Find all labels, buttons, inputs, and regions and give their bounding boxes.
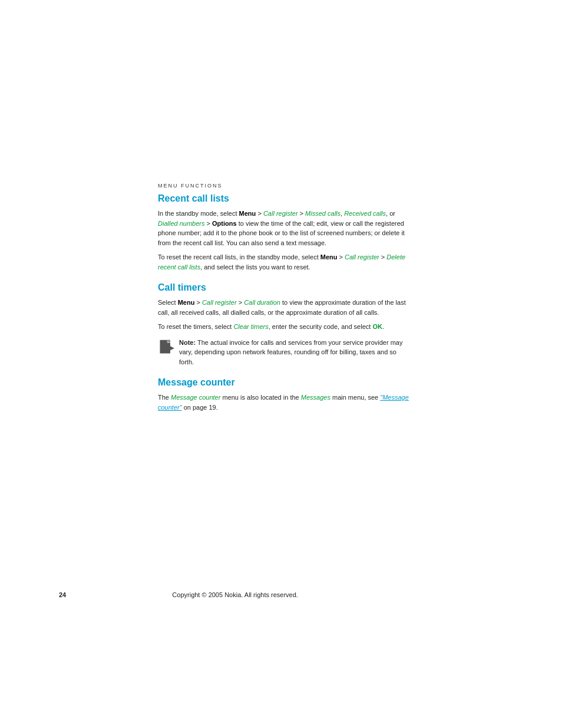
- page-number: 24: [59, 591, 66, 598]
- note-box: Note: The actual invoice for calls and s…: [158, 338, 411, 367]
- note-icon: [158, 339, 174, 355]
- section-call-timers: Call timers Select Menu > Call register …: [158, 282, 411, 367]
- footer: 24 Copyright © 2005 Nokia. All rights re…: [0, 591, 562, 598]
- svg-marker-3: [170, 346, 174, 350]
- heading-message-counter: Message counter: [158, 377, 411, 388]
- content-area: Menu functions Recent call lists In the …: [158, 183, 411, 423]
- heading-recent-call-lists: Recent call lists: [158, 193, 411, 204]
- copyright-text: Copyright © 2005 Nokia. All rights reser…: [66, 591, 404, 598]
- page: Menu functions Recent call lists In the …: [0, 0, 562, 728]
- section-recent-call-lists: Recent call lists In the standby mode, s…: [158, 193, 411, 272]
- section-message-counter: Message counter The Message counter menu…: [158, 377, 411, 412]
- rcl-paragraph-1: In the standby mode, select Menu > Call …: [158, 209, 411, 248]
- mc-paragraph-1: The Message counter menu is also located…: [158, 393, 411, 412]
- ct-paragraph-2: To reset the timers, select Clear timers…: [158, 322, 411, 332]
- ct-paragraph-1: Select Menu > Call register > Call durat…: [158, 298, 411, 317]
- note-text: Note: The actual invoice for calls and s…: [179, 338, 411, 367]
- rcl-paragraph-2: To reset the recent call lists, in the s…: [158, 252, 411, 272]
- section-label: Menu functions: [158, 183, 411, 189]
- heading-call-timers: Call timers: [158, 282, 411, 293]
